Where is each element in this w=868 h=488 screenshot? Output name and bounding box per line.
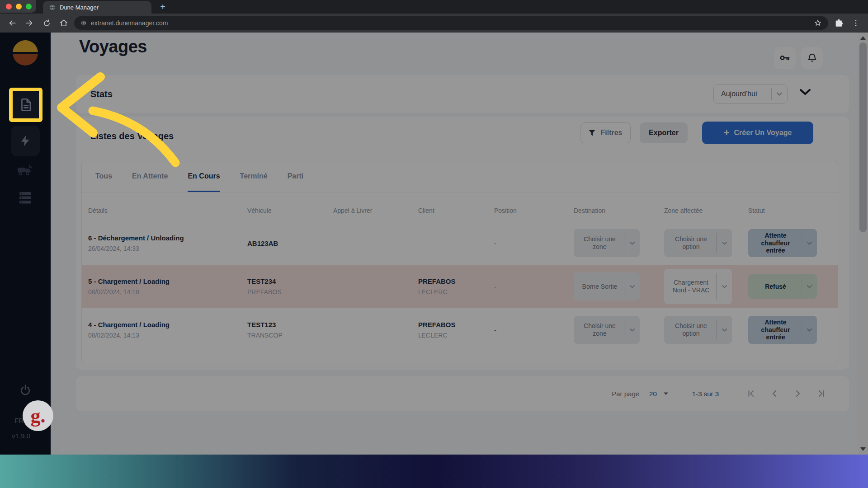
vehicle-cell: TEST123 TRANSCOP (247, 321, 333, 339)
chevron-down-icon (624, 272, 640, 300)
table-row[interactable]: 5 - Chargement / Loading 08/02/2024, 14:… (82, 265, 838, 308)
notifications-button[interactable] (801, 47, 823, 69)
destination-select[interactable]: Choisir une zone (574, 229, 640, 257)
status-value: Refusé (748, 274, 801, 299)
destination-value: Choisir une zone (574, 316, 624, 344)
back-button[interactable] (5, 16, 19, 30)
language-selector[interactable]: FR (14, 417, 24, 424)
zone-select[interactable]: Choisir une option (664, 316, 732, 344)
zone-select[interactable]: Chargement Nord - VRAC (664, 269, 732, 304)
last-page-button[interactable] (814, 386, 829, 401)
status-select[interactable]: Attente chauffeur entrée (748, 229, 817, 257)
scroll-up-arrow[interactable] (860, 36, 866, 40)
plus-icon: + (724, 127, 730, 139)
access-keys-button[interactable] (774, 47, 796, 69)
details-cell: 5 - Chargement / Loading 08/02/2024, 14:… (88, 277, 247, 296)
voyage-title: 6 - Déchargement / Unloading (88, 234, 247, 242)
chevron-down-icon (717, 269, 732, 304)
power-icon (19, 383, 32, 397)
client-name: PREFABOS (418, 321, 494, 328)
destination-select[interactable]: Choisir une zone (574, 316, 640, 344)
browser-tab[interactable]: Dune Manager (43, 1, 151, 14)
expand-stats-button[interactable] (799, 89, 811, 98)
per-page-value[interactable]: 20 (649, 390, 657, 398)
destination-value: Borne Sortie (574, 272, 624, 300)
table-row[interactable]: 4 - Chargement / Loading 08/02/2024, 14:… (82, 308, 838, 352)
create-voyage-button[interactable]: + Créer Un Voyage (702, 122, 813, 144)
zone-value: Choisir une option (664, 316, 716, 344)
app-window: FR v1.9.0 Voyages Stats Aujourd'hui (0, 33, 868, 455)
tab-parti[interactable]: Parti (288, 161, 304, 192)
voyage-title: 5 - Chargement / Loading (88, 277, 247, 285)
globe-icon (49, 4, 56, 11)
per-page-caret-icon[interactable] (663, 392, 669, 395)
zone-cell: Choisir une option (664, 316, 748, 344)
destination-cell: Choisir une zone (574, 229, 664, 257)
chevron-down-icon (624, 229, 640, 257)
destination-cell: Choisir une zone (574, 316, 664, 344)
export-button[interactable]: Exporter (640, 122, 688, 143)
tab-termine[interactable]: Terminé (240, 161, 268, 192)
per-page-label: Par page (612, 390, 639, 398)
address-bar[interactable]: extranet.dunemanager.com (74, 16, 828, 30)
tab-title: Dune Manager (60, 4, 99, 11)
vehicle-id: AB123AB (247, 239, 333, 247)
table-row[interactable]: 6 - Déchargement / Unloading 26/04/2024,… (82, 221, 838, 265)
next-page-button[interactable] (790, 386, 806, 401)
new-tab-button[interactable]: + (157, 1, 169, 13)
scrollbar-thumb[interactable] (859, 42, 867, 232)
position-cell: - (494, 239, 574, 247)
reload-button[interactable] (40, 16, 53, 30)
zone-select[interactable]: Choisir une option (664, 229, 732, 257)
filter-funnel-icon (588, 129, 596, 136)
chevron-down-icon (802, 229, 817, 257)
chevron-down-icon (717, 229, 732, 257)
close-window-button[interactable] (6, 4, 12, 9)
col-position: Position (494, 207, 574, 214)
create-voyage-label: Créer Un Voyage (734, 129, 792, 137)
vehicle-carrier: TRANSCOP (247, 332, 333, 339)
bookmark-star-icon[interactable] (814, 19, 822, 27)
screen: Dune Manager + extranet.dunemanager.com (0, 0, 868, 488)
status-select[interactable]: Refusé (748, 274, 817, 299)
logout-button[interactable] (0, 383, 51, 397)
vehicle-cell: AB123AB (247, 239, 333, 247)
client-cell: PREFABOS LECLERC (418, 321, 494, 339)
table-header: Détails Véhicule Appel à Livrer Client P… (82, 192, 838, 221)
extensions-icon[interactable] (832, 16, 845, 30)
client-sub: LECLERC (418, 332, 494, 339)
pagination-range: 1-3 sur 3 (692, 390, 719, 398)
maximize-window-button[interactable] (26, 4, 32, 9)
chevron-down-icon (799, 89, 811, 96)
minimize-window-button[interactable] (16, 4, 22, 9)
status-value: Attente chauffeur entrée (748, 229, 801, 257)
export-label: Exporter (649, 129, 679, 137)
col-zone: Zone affectée (664, 207, 748, 214)
first-page-button[interactable] (743, 386, 759, 401)
filters-button[interactable]: Filtres (580, 122, 631, 143)
col-client: Client (418, 207, 494, 214)
vehicle-id: TEST234 (247, 277, 333, 285)
previous-page-button[interactable] (767, 386, 782, 401)
page-scrollbar[interactable] (858, 33, 868, 455)
period-select[interactable]: Aujourd'hui (713, 84, 788, 104)
status-value: Attente chauffeur entrée (748, 316, 801, 344)
forward-button[interactable] (23, 16, 36, 30)
status-select[interactable]: Attente chauffeur entrée (748, 316, 817, 344)
client-cell: PREFABOS LECLERC (418, 277, 494, 296)
details-cell: 4 - Chargement / Loading 08/02/2024, 14:… (88, 321, 247, 339)
sidebar-item-zones[interactable] (0, 192, 51, 204)
zone-value: Chargement Nord - VRAC (664, 269, 716, 304)
scroll-down-arrow[interactable] (860, 447, 866, 451)
destination-select[interactable]: Borne Sortie (574, 272, 640, 300)
browser-tabstrip: Dune Manager + (0, 0, 868, 14)
home-button[interactable] (57, 16, 71, 30)
status-cell: Refusé (748, 274, 838, 299)
zone-value: Choisir une option (664, 229, 716, 257)
app-version: v1.9.0 (12, 432, 30, 440)
voyage-date: 26/04/2024, 14:33 (88, 245, 247, 252)
browser-menu-icon[interactable] (849, 16, 863, 30)
select-divider (771, 88, 772, 100)
vehicle-carrier: PREFABOS (247, 288, 333, 296)
url-text: extranet.dunemanager.com (91, 19, 168, 27)
